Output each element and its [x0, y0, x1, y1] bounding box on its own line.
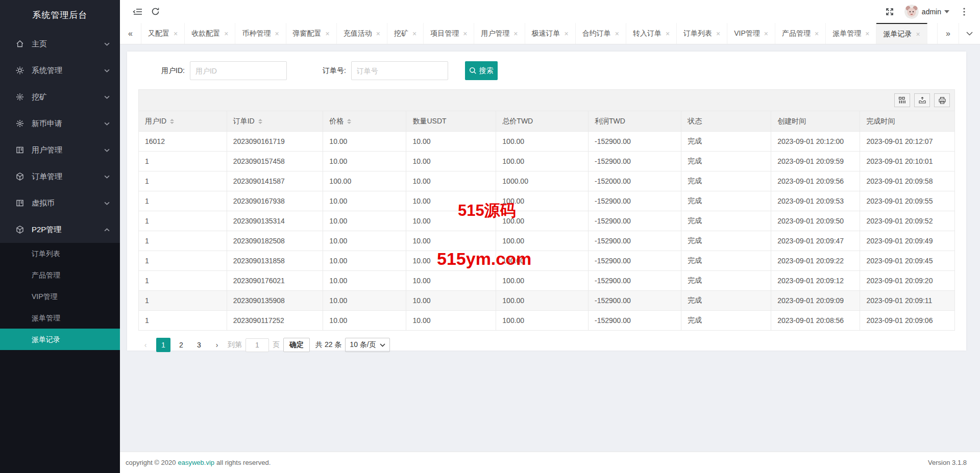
sidebar-item-p2p[interactable]: P2P管理 [0, 216, 120, 243]
cell: 2023090157458 [227, 152, 323, 171]
close-icon[interactable]: × [716, 30, 720, 38]
tab-popup-config[interactable]: 弹窗配置× [286, 23, 337, 44]
sidebar-item-new-coin[interactable]: 新币申请 [0, 110, 120, 137]
tab-user-mgmt[interactable]: 用户管理× [474, 23, 525, 44]
close-icon[interactable]: × [174, 30, 178, 38]
cell: 100.00 [496, 231, 589, 251]
close-icon[interactable]: × [513, 30, 518, 38]
total-count: 共 22 条 [315, 340, 341, 350]
sort-icon[interactable] [258, 119, 262, 124]
cell: 2023-09-01 20:09:20 [860, 271, 955, 291]
close-icon[interactable]: × [764, 30, 768, 38]
col-price[interactable]: 价格 [323, 111, 406, 132]
tab-dispatch-records[interactable]: 派单记录× [876, 23, 927, 44]
sidebar-item-label: 主页 [32, 39, 47, 49]
sidebar-item-crypto[interactable]: 虚拟币 [0, 190, 120, 216]
col-order-id[interactable]: 订单ID [227, 111, 323, 132]
sidebar-item-mining[interactable]: 挖矿 [0, 84, 120, 110]
close-icon[interactable]: × [376, 30, 380, 38]
goto-page-input[interactable] [246, 338, 269, 352]
close-icon[interactable]: × [666, 30, 670, 38]
close-icon[interactable]: × [463, 30, 467, 38]
status-cell: 完成 [681, 251, 771, 271]
cell: 100.00 [496, 191, 589, 211]
columns-icon[interactable] [894, 93, 910, 107]
submenu-item-product-mgmt[interactable]: 产品管理 [0, 264, 120, 286]
close-icon[interactable]: × [815, 30, 819, 38]
page-1[interactable]: 1 [156, 338, 170, 352]
tabs-scroll-left-icon[interactable]: « [120, 23, 141, 44]
submenu-item-dispatch-records[interactable]: 派单记录 [0, 329, 120, 350]
close-icon[interactable]: × [916, 30, 920, 38]
close-icon[interactable]: × [565, 30, 569, 38]
page-3[interactable]: 3 [192, 338, 206, 352]
page-size-select[interactable]: 10 条/页 [345, 338, 389, 352]
tab-transfer-order[interactable]: 转入订单× [626, 23, 677, 44]
tab-recharge-activity[interactable]: 充值活动× [337, 23, 387, 44]
tab-vip-mgmt[interactable]: VIP管理× [727, 23, 775, 44]
export-icon[interactable] [914, 93, 930, 107]
close-icon[interactable]: × [865, 30, 869, 38]
sort-icon[interactable] [170, 119, 174, 124]
collapse-menu-icon[interactable] [129, 3, 146, 20]
close-icon[interactable]: × [275, 30, 279, 38]
close-icon[interactable]: × [615, 30, 619, 38]
close-icon[interactable]: × [412, 30, 416, 38]
close-icon[interactable]: × [224, 30, 228, 38]
tab-contract-order[interactable]: 合约订单× [576, 23, 626, 44]
tab-clipped-config[interactable]: 又配置× [141, 23, 185, 44]
fullscreen-icon[interactable] [881, 3, 898, 20]
cell: 2023090135908 [227, 291, 323, 311]
refresh-icon[interactable] [146, 3, 164, 20]
chevron-up-icon [104, 228, 110, 232]
tabs-scroll-right-icon[interactable]: » [937, 23, 959, 44]
sidebar-filler [0, 350, 120, 473]
kebab-menu-icon[interactable] [955, 3, 973, 20]
chevron-down-icon [104, 175, 110, 179]
submenu-item-dispatch-mgmt[interactable]: 派单管理 [0, 307, 120, 329]
user-id-input[interactable] [190, 61, 287, 80]
sidebar-item-home[interactable]: 主页 [0, 31, 120, 57]
cell: 10.00 [406, 152, 496, 171]
cell: 1 [139, 251, 227, 271]
chevron-down-icon [104, 69, 110, 72]
sidebar-item-orders[interactable]: 订单管理 [0, 163, 120, 190]
page-2[interactable]: 2 [174, 338, 188, 352]
submenu-item-vip-mgmt[interactable]: VIP管理 [0, 286, 120, 307]
tab-payment-config[interactable]: 收款配置× [185, 23, 235, 44]
cell: -152900.00 [589, 152, 681, 171]
submenu-item-order-list[interactable]: 订单列表 [0, 243, 120, 264]
sidebar-item-label: P2P管理 [32, 225, 61, 235]
goto-confirm-button[interactable]: 确定 [283, 338, 310, 352]
tab-fast-order[interactable]: 极速订单× [525, 23, 576, 44]
cell: 100.00 [323, 171, 406, 191]
col-user-id[interactable]: 用户ID [139, 111, 227, 132]
print-icon[interactable] [934, 93, 950, 107]
tab-product-mgmt[interactable]: 产品管理× [775, 23, 826, 44]
tab-order-list[interactable]: 订单列表× [677, 23, 727, 44]
sort-icon[interactable] [347, 119, 351, 124]
sidebar-item-users[interactable]: 用户管理 [0, 137, 120, 163]
user-menu[interactable]: admin [904, 5, 949, 19]
tabs-dropdown-icon[interactable] [959, 23, 980, 44]
sidebar-item-system[interactable]: 系统管理 [0, 57, 120, 84]
cell: 2023090176021 [227, 271, 323, 291]
order-no-input[interactable] [351, 61, 448, 80]
page-prev-icon[interactable]: ‹ [138, 338, 153, 352]
cell: 1 [139, 231, 227, 251]
tab-project-mgmt[interactable]: 项目管理× [424, 23, 474, 44]
cell: -152900.00 [589, 191, 681, 211]
table-row: 1202309013185810.0010.00100.00-152900.00… [139, 251, 955, 271]
easyweb-link[interactable]: easyweb.vip [178, 459, 214, 466]
cell: 100.00 [496, 311, 589, 331]
chevron-down-icon [944, 10, 949, 13]
close-icon[interactable]: × [326, 30, 330, 38]
tab-mining[interactable]: 挖矿× [387, 23, 424, 44]
search-button[interactable]: 搜索 [465, 61, 498, 80]
page-next-icon[interactable]: › [210, 338, 224, 352]
tab-dispatch-mgmt[interactable]: 派单管理× [826, 23, 876, 44]
tab-coin-mgmt[interactable]: 币种管理× [235, 23, 286, 44]
cell: 2023-09-01 20:09:52 [860, 211, 955, 231]
main-area: admin « 又配置× 收款配置× 币种管理× 弹窗配置× 充值活动× 挖矿×… [120, 0, 980, 473]
cell: 16012 [139, 132, 227, 152]
